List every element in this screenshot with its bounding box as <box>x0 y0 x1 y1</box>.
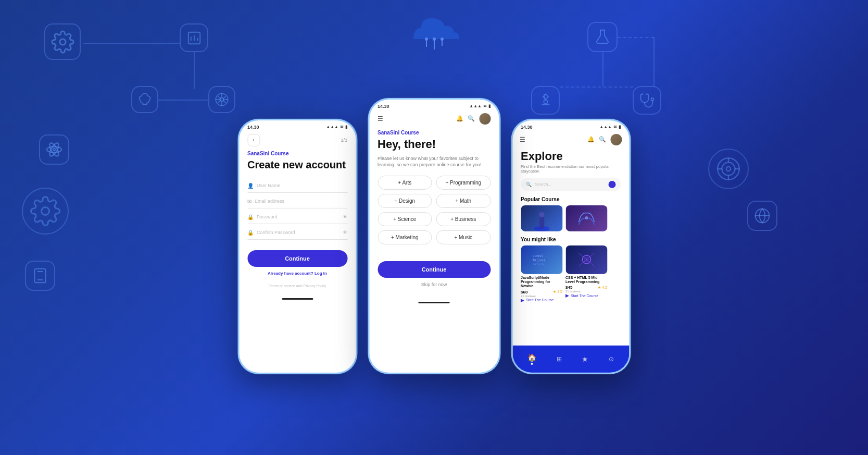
svg-point-23 <box>722 163 735 176</box>
start-course-1-button[interactable]: ▶ Start The Course <box>521 298 553 303</box>
steering-icon <box>208 86 235 113</box>
time-right: 14.30 <box>521 124 533 129</box>
avatar-right <box>610 133 622 145</box>
nav-grid[interactable]: ⊞ <box>557 355 562 362</box>
line-right-v2 <box>602 52 603 87</box>
nav-active-dot <box>531 362 533 364</box>
svg-point-8 <box>42 207 49 215</box>
search-right-icon[interactable]: 🔍 <box>599 136 606 143</box>
status-bar-right: 14.30 ▲▲▲ ≋ ▮ <box>512 120 629 131</box>
svg-point-34 <box>425 38 428 41</box>
subject-marketing[interactable]: + Marketing <box>378 230 432 244</box>
wifi-center: ≋ <box>483 104 487 108</box>
email-placeholder: Email address <box>255 199 347 204</box>
flask-icon <box>587 22 618 52</box>
search-bar[interactable]: 🔍 Search... <box>521 177 621 191</box>
grid-icon: ⊞ <box>557 355 562 362</box>
wifi-right: ≋ <box>613 125 617 129</box>
subject-science[interactable]: + Science <box>378 212 432 226</box>
subtitle-center: Please let us know what your favorites s… <box>378 155 490 168</box>
status-icons-left: ▲▲▲ ≋ ▮ <box>326 125 347 129</box>
subject-programming[interactable]: + Programming <box>436 176 491 190</box>
subject-design[interactable]: + Design <box>378 194 432 208</box>
lock-confirm-icon: 🔒 <box>247 229 254 235</box>
status-icons-center: ▲▲▲ ≋ ▮ <box>469 104 490 108</box>
login-link: Already have account? Log In <box>247 270 347 275</box>
line-brain-steering <box>158 100 208 101</box>
course-2-title: CSS + HTML 5 Mid Level Programming <box>565 275 607 284</box>
course-img-network <box>565 245 607 274</box>
battery-left: ▮ <box>345 125 347 129</box>
start-course-2-button[interactable]: ▶ Start The Course <box>565 293 598 298</box>
email-icon: ✉ <box>247 198 251 204</box>
calculator-icon <box>25 261 55 291</box>
nav-favorites[interactable]: ★ <box>582 354 588 363</box>
line-gear-chart <box>83 43 180 44</box>
explore-title: Explore <box>521 149 621 163</box>
home-icon: 🏠 <box>527 353 536 361</box>
nav-home[interactable]: 🏠 <box>527 353 536 364</box>
nav-right: ☰ 🔔 🔍 <box>512 131 629 149</box>
svg-point-4 <box>53 149 55 151</box>
brand-left: SanaSini Course <box>247 150 347 156</box>
phone-create-account: 14.30 ▲▲▲ ≋ ▮ ‹ 1/3 SanaSini Course Crea… <box>237 118 357 374</box>
stethoscope-icon <box>633 86 661 115</box>
bottom-bar-center <box>419 302 450 303</box>
svg-rect-1 <box>188 32 200 44</box>
back-button[interactable]: ‹ <box>247 133 260 146</box>
bottom-nav-right: 🏠 ⊞ ★ ⊙ <box>512 345 629 372</box>
bell-icon: 🔔 <box>456 115 463 122</box>
continue-button-left[interactable]: Continue <box>247 250 347 266</box>
gear-large-left-icon <box>22 188 69 235</box>
svg-point-6 <box>48 142 60 157</box>
svg-point-22 <box>718 158 739 180</box>
subject-business[interactable]: + Business <box>436 212 491 226</box>
svg-point-2 <box>216 93 228 105</box>
nav-center: ☰ 🔔 🔍 <box>369 110 499 129</box>
svg-rect-9 <box>34 269 45 283</box>
svg-point-0 <box>59 39 65 44</box>
search-icon-right: 🔍 <box>526 181 532 187</box>
globe-icon <box>747 201 777 231</box>
battery-center: ▮ <box>488 104 490 108</box>
line-chart-down <box>194 52 195 89</box>
skip-link[interactable]: Skip for now <box>378 282 490 287</box>
subject-music[interactable]: + Music <box>436 230 491 244</box>
phones-container: 14.30 ▲▲▲ ≋ ▮ ‹ 1/3 SanaSini Course Crea… <box>237 97 631 374</box>
svg-point-21 <box>651 98 653 101</box>
line-dash-1 <box>618 37 654 38</box>
hamburger-icon[interactable]: ☰ <box>378 115 383 122</box>
continue-button-center[interactable]: Continue <box>378 261 490 278</box>
hamburger-right-icon[interactable]: ☰ <box>520 136 525 143</box>
svg-text:const: const <box>532 253 543 257</box>
line-right-v1 <box>653 37 655 87</box>
course-1-rating: ★ 4.5 <box>553 290 562 294</box>
status-bar-center: 14.30 ▲▲▲ ≋ ▮ <box>369 99 499 110</box>
subject-arts[interactable]: + Arts <box>378 176 432 190</box>
eye-confirm-icon: 👁 <box>343 230 347 235</box>
nav-icons-right: 🔔 🔍 <box>587 133 622 145</box>
create-title: Create new account <box>247 158 347 170</box>
svg-point-7 <box>48 142 60 157</box>
explore-subtitle: Find the Best recommendation our most po… <box>521 164 621 173</box>
search-icon[interactable]: 🔍 <box>468 115 475 122</box>
popular-section-title: Popular Course <box>521 196 621 202</box>
username-field[interactable]: 👤 User Name <box>247 179 347 192</box>
signal-center: ▲▲▲ <box>469 104 482 108</box>
email-field[interactable]: ✉ Email address <box>247 194 347 208</box>
password-field[interactable]: 🔒 Password 👁 <box>247 210 347 224</box>
nav-profile[interactable]: ⊙ <box>609 355 614 362</box>
subject-math[interactable]: + Math <box>436 194 491 208</box>
cloud-decoration <box>403 10 466 52</box>
brain-icon <box>131 86 158 113</box>
nav-left: ‹ 1/3 <box>239 131 356 150</box>
avatar-center <box>479 113 490 124</box>
confirm-password-field[interactable]: 🔒 Confirm Password 👁 <box>247 226 347 239</box>
signal-right: ▲▲▲ <box>599 125 612 129</box>
password-placeholder: Password <box>257 214 339 219</box>
log-in-link[interactable]: Log In <box>315 270 327 275</box>
svg-point-29 <box>756 209 770 223</box>
course-2-rating: ★ 4.5 <box>598 286 607 290</box>
course-1-title: JavaScript/Node Programming for Newbie <box>521 275 562 288</box>
course-card-1: const fn()=>{ return; JavaScript/Node Pr… <box>521 245 562 302</box>
